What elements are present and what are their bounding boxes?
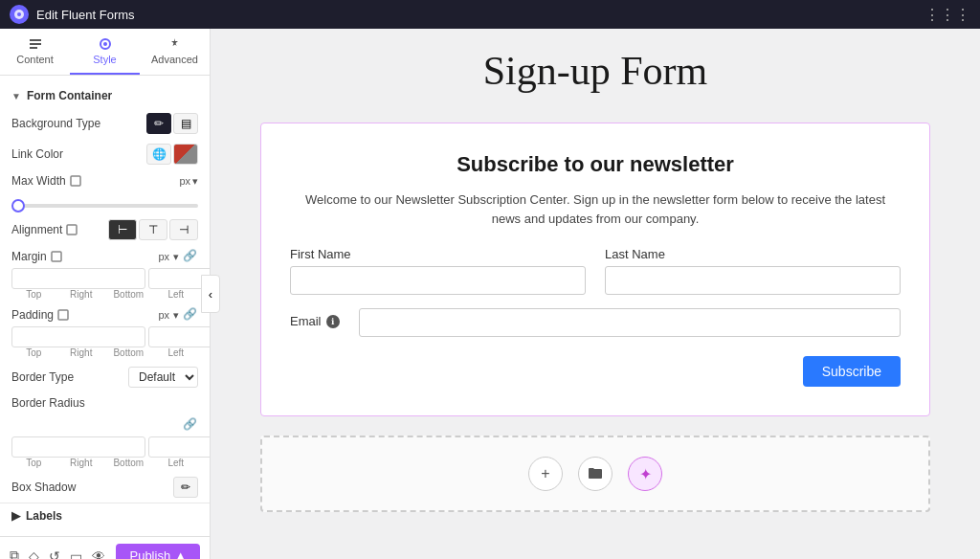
border-radius-header: 🔗 <box>11 417 198 433</box>
top-bar-title: Edit Fluent Forms <box>36 8 135 22</box>
svg-rect-4 <box>30 47 37 49</box>
top-bar-left: Edit Fluent Forms <box>10 5 135 24</box>
padding-right-input[interactable] <box>148 326 210 347</box>
section-arrow: ▼ <box>11 91 21 101</box>
svg-point-1 <box>17 12 21 16</box>
tab-style[interactable]: Style <box>70 29 140 75</box>
sidebar-collapse-handle[interactable]: ‹ <box>201 275 220 313</box>
tab-advanced[interactable]: Advanced <box>140 29 210 75</box>
border-radius-link-icon[interactable]: 🔗 <box>183 417 198 433</box>
px-select[interactable]: px ▾ <box>179 175 198 188</box>
email-row: Email ℹ <box>290 308 901 337</box>
email-label-group: Email ℹ <box>290 308 340 328</box>
margin-px-arrow[interactable]: ▾ <box>173 251 179 263</box>
form-fields: First Name Last Name Email <box>290 247 901 387</box>
email-input[interactable] <box>359 308 901 337</box>
form-card: Subscribe to our newsletter Welcome to o… <box>260 123 930 416</box>
publish-chevron-icon: ▲ <box>174 548 187 559</box>
align-center-btn[interactable]: ⊤ <box>139 219 167 240</box>
alignment-buttons: ⊢ ⊤ ⊣ <box>108 219 198 240</box>
alignment-row: Alignment ⊢ ⊤ ⊣ <box>0 214 210 245</box>
first-name-label: First Name <box>290 247 586 261</box>
grid-icon[interactable]: ⋮⋮⋮ <box>924 6 970 24</box>
border-radius-right-input[interactable] <box>148 436 210 458</box>
margin-top-input[interactable] <box>11 268 145 289</box>
svg-rect-10 <box>58 310 68 320</box>
link-color-row: Link Color 🌐 <box>0 139 210 169</box>
history-icon[interactable]: ↺ <box>49 548 60 560</box>
slider-row <box>0 192 210 214</box>
bottom-icons: ⧉ ◇ ↺ ▭ 👁 <box>10 548 105 559</box>
bg-type-paint-btn[interactable]: ✏ <box>146 113 171 134</box>
top-bar: Edit Fluent Forms ⋮⋮⋮ <box>0 0 980 29</box>
margin-label: Margin <box>11 250 62 263</box>
border-radius-row: 🔗 Top Right Bottom Left <box>0 414 210 472</box>
box-shadow-edit-btn[interactable]: ✏ <box>173 477 198 498</box>
bg-type-image-btn[interactable]: ▤ <box>173 113 198 134</box>
background-type-row: Background Type ✏ ▤ <box>0 108 210 139</box>
margin-link-icon[interactable]: 🔗 <box>183 249 198 264</box>
link-color-buttons: 🌐 <box>146 144 198 165</box>
max-width-slider[interactable] <box>11 204 198 208</box>
margin-header: Margin px ▾ 🔗 <box>11 249 198 264</box>
padding-top-input[interactable] <box>11 326 145 347</box>
add-element-btn[interactable]: + <box>528 457 563 491</box>
svg-rect-9 <box>52 252 61 261</box>
padding-px-arrow[interactable]: ▾ <box>173 309 179 322</box>
eye-icon[interactable]: 👁 <box>92 548 105 560</box>
last-name-input[interactable] <box>605 266 901 295</box>
responsive-icon[interactable]: ▭ <box>70 548 82 560</box>
add-special-btn[interactable]: ✦ <box>628 457 662 491</box>
box-shadow-row: Box Shadow ✏ <box>0 472 210 503</box>
sidebar-tabs: Content Style Advanced <box>0 29 210 76</box>
link-color-globe-btn[interactable]: 🌐 <box>146 144 171 165</box>
section-labels[interactable]: ▶ Labels <box>0 503 210 528</box>
canvas: Sign-up Form Subscribe to our newsletter… <box>211 29 980 559</box>
max-width-label: Max Width <box>11 174 81 188</box>
padding-px-label: px <box>158 309 169 321</box>
background-type-label: Background Type <box>11 117 100 130</box>
chevron-down-icon: ▾ <box>192 175 198 188</box>
email-input-wrap <box>359 308 901 337</box>
padding-label: Padding <box>11 308 69 322</box>
max-width-row: Max Width px ▾ <box>0 169 210 192</box>
sidebar-wrapper: Content Style Advanced ▼ <box>0 29 211 559</box>
border-type-label: Border Type <box>11 370 74 384</box>
form-card-desc: Welcome to our Newsletter Subscription C… <box>290 190 901 228</box>
border-type-row: Border Type Default <box>0 362 210 392</box>
main-layout: Content Style Advanced ▼ <box>0 29 980 559</box>
padding-row: Padding px ▾ 🔗 <box>0 303 210 362</box>
app-logo <box>10 5 29 24</box>
padding-labels: Top Right Bottom Left <box>11 347 198 358</box>
form-card-title: Subscribe to our newsletter <box>290 152 901 177</box>
tab-content[interactable]: Content <box>0 29 70 75</box>
padding-link-icon[interactable]: 🔗 <box>183 307 198 323</box>
border-radius-labels: Top Right Bottom Left <box>11 458 198 468</box>
subscribe-button[interactable]: Subscribe <box>803 356 901 387</box>
add-folder-btn[interactable] <box>578 457 612 491</box>
align-right-btn[interactable]: ⊣ <box>169 219 198 240</box>
add-section-area: + ✦ <box>260 436 930 512</box>
sidebar-bottom: ⧉ ◇ ↺ ▭ 👁 Publish ▲ <box>0 536 210 559</box>
shapes-icon[interactable]: ◇ <box>29 548 39 560</box>
margin-px-label: px <box>158 251 169 262</box>
border-type-select[interactable]: Default <box>128 367 198 388</box>
last-name-field: Last Name <box>605 247 901 295</box>
publish-button[interactable]: Publish ▲ <box>116 544 200 559</box>
section-form-container[interactable]: ▼ Form Container <box>0 83 210 108</box>
border-radius-top-input[interactable] <box>11 436 145 458</box>
border-radius-label: Border Radius <box>0 392 210 414</box>
align-left-btn[interactable]: ⊢ <box>108 219 137 240</box>
first-name-input[interactable] <box>290 266 586 295</box>
sidebar-content: ▼ Form Container Background Type ✏ ▤ Lin… <box>0 76 210 536</box>
sidebar: Content Style Advanced ▼ <box>0 29 211 559</box>
link-color-swatch-btn[interactable] <box>173 144 198 165</box>
name-fields-row: First Name Last Name <box>290 247 901 295</box>
page-title: Sign-up Form <box>260 48 930 94</box>
email-label: Email <box>290 314 322 328</box>
email-info-icon[interactable]: ℹ <box>326 315 340 328</box>
svg-rect-8 <box>67 225 77 235</box>
background-type-buttons: ✏ ▤ <box>146 113 198 134</box>
layers-icon[interactable]: ⧉ <box>10 548 19 559</box>
border-radius-inputs <box>11 436 198 458</box>
